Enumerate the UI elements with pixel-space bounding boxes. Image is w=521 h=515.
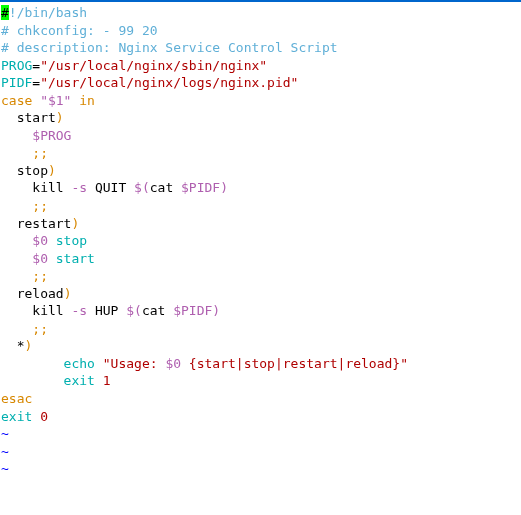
line-pidf: PIDF="/usr/local/nginx/logs/nginx.pid" — [1, 75, 298, 90]
line-exit0: exit 0 — [1, 409, 48, 424]
case-start: start — [1, 110, 56, 125]
tilde-line: ~ — [1, 426, 9, 441]
subst-close: ) — [220, 180, 228, 195]
exit-kw: exit — [1, 409, 40, 424]
paren: ) — [64, 286, 72, 301]
var-pidf-ref: $PIDF — [181, 180, 220, 195]
dsemi: ;; — [1, 145, 48, 160]
subst-close: ) — [212, 303, 220, 318]
case-arg: "$1" — [32, 93, 79, 108]
line-start: start) — [1, 110, 64, 125]
val-prog: "/usr/local/nginx/sbin/nginx" — [40, 58, 267, 73]
exit-code-0: 0 — [40, 409, 48, 424]
var-pidf: PIDF — [1, 75, 32, 90]
paren: ) — [71, 216, 79, 231]
line-reload: reload) — [1, 286, 71, 301]
line-kill-quit: kill -s QUIT $(cat $PIDF) — [1, 180, 228, 195]
paren: ) — [56, 110, 64, 125]
case-reload: reload — [1, 286, 64, 301]
line-kill-hup: kill -s HUP $(cat $PIDF) — [1, 303, 220, 318]
subst-open: $( — [126, 303, 142, 318]
shebang-rest: !/bin/bash — [9, 5, 87, 20]
dollar0-in-str: $0 — [165, 356, 181, 371]
usage-str-b: {start|stop|restart|reload}" — [181, 356, 408, 371]
exit-kw: exit — [1, 373, 103, 388]
line-restart: restart) — [1, 216, 79, 231]
tilde-line: ~ — [1, 461, 9, 476]
line-restart-stop: $0 stop — [1, 233, 87, 248]
line-usage: echo "Usage: $0 {start|stop|restart|relo… — [1, 356, 408, 371]
var-pidf-ref: $PIDF — [173, 303, 212, 318]
usage-str-a: "Usage: — [103, 356, 166, 371]
case-star: * — [1, 338, 24, 353]
flag-s: -s — [71, 180, 87, 195]
cat: cat — [142, 303, 173, 318]
cat: cat — [150, 180, 181, 195]
arg-start: start — [48, 251, 95, 266]
kill: kill — [1, 303, 71, 318]
eq: = — [32, 58, 40, 73]
flag-s: -s — [71, 303, 87, 318]
line-1: #!/bin/bash — [1, 5, 87, 20]
val-pidf: "/usr/local/nginx/logs/nginx.pid" — [40, 75, 298, 90]
eq: = — [32, 75, 40, 90]
line-exit1: exit 1 — [1, 373, 111, 388]
paren: ) — [24, 338, 32, 353]
kill: kill — [1, 180, 71, 195]
sig-hup: HUP — [87, 303, 126, 318]
tilde-line: ~ — [1, 444, 9, 459]
case-restart: restart — [1, 216, 71, 231]
subst-open: $( — [134, 180, 150, 195]
line-default: *) — [1, 338, 32, 353]
dsemi: ;; — [1, 268, 48, 283]
sig-quit: QUIT — [87, 180, 134, 195]
line-stop: stop) — [1, 163, 56, 178]
dsemi: ;; — [1, 321, 48, 336]
case-stop: stop — [1, 163, 48, 178]
line-prog: PROG="/usr/local/nginx/sbin/nginx" — [1, 58, 267, 73]
prog-call: $PROG — [1, 128, 71, 143]
dollar0: $0 — [1, 251, 48, 266]
paren: ) — [48, 163, 56, 178]
kw-in: in — [79, 93, 95, 108]
comment-description: # description: Nginx Service Control Scr… — [1, 40, 338, 55]
exit-code-1: 1 — [103, 373, 111, 388]
cursor: # — [1, 5, 9, 20]
echo: echo — [1, 356, 103, 371]
arg-stop: stop — [48, 233, 87, 248]
line-restart-start: $0 start — [1, 251, 95, 266]
var-prog: PROG — [1, 58, 32, 73]
esac: esac — [1, 391, 32, 406]
line-case: case "$1" in — [1, 93, 95, 108]
comment-chkconfig: # chkconfig: - 99 20 — [1, 23, 158, 38]
dsemi: ;; — [1, 198, 48, 213]
kw-case: case — [1, 93, 32, 108]
dollar0: $0 — [1, 233, 48, 248]
code-view: #!/bin/bash # chkconfig: - 99 20 # descr… — [0, 2, 521, 478]
